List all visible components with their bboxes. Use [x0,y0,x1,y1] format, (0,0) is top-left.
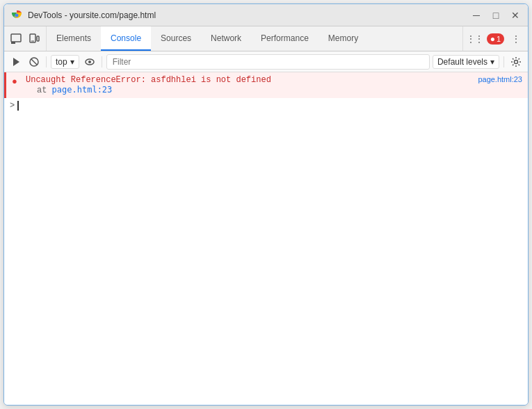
error-icon-circle: ● [490,34,495,44]
play-icon [10,56,22,67]
window-title: DevTools - yoursite.com/page.html [28,10,471,20]
svg-point-11 [88,61,91,63]
context-value: top [56,57,67,67]
device-icon [29,33,40,45]
more-tabs-button[interactable]: ⋮⋮ [467,31,483,47]
devtools-settings-button[interactable]: ⋮ [508,31,524,47]
error-circle-icon: ● [12,76,17,86]
title-bar: DevTools - yoursite.com/page.html ─ □ ✕ [4,4,528,26]
context-selector[interactable]: top ▾ [51,55,79,69]
console-output: ● Uncaught ReferenceError: asfdhhlei is … [4,72,528,405]
console-input-row: > [4,98,528,113]
error-main-text: Uncaught ReferenceError: asfdhhlei is no… [26,75,271,85]
chevron-down-icon: ▾ [70,57,74,67]
svg-point-1 [15,13,19,17]
levels-chevron-icon: ▾ [490,57,494,67]
levels-label: Default levels [437,57,487,67]
console-cursor[interactable] [17,101,19,111]
console-prompt: > [10,101,15,111]
inspect-icon [10,33,22,45]
maximize-button[interactable]: □ [490,10,501,21]
svg-marker-7 [13,58,19,66]
minimize-button[interactable]: ─ [471,10,482,21]
device-toolbar-button[interactable] [26,31,42,47]
devtools-window: DevTools - yoursite.com/page.html ─ □ ✕ [3,3,529,406]
tab-memory[interactable]: Memory [319,26,368,51]
svg-line-9 [31,59,37,65]
error-count: 1 [497,35,501,43]
window-controls: ─ □ ✕ [471,10,521,21]
close-button[interactable]: ✕ [510,10,521,21]
chrome-icon [11,10,22,21]
toolbar-divider-1 [46,56,47,67]
error-message-row: ● Uncaught ReferenceError: asfdhhlei is … [4,72,528,98]
toolbar-right [508,54,524,70]
tab-bar-right: ⋮⋮ ● 1 ⋮ [462,26,528,51]
gear-icon [510,56,522,67]
error-line-reference[interactable]: page.html:23 [478,75,522,83]
tab-bar: Elements Console Sources Network Perform… [4,26,528,51]
tab-bar-left-icons [4,26,47,51]
tab-sources[interactable]: Sources [151,26,201,51]
filter-input[interactable] [106,54,430,70]
clear-icon [29,56,40,67]
error-source-line: at page.html:23 [26,85,271,95]
console-settings-button[interactable] [508,54,524,70]
toolbar-divider-2 [102,56,102,67]
error-content: Uncaught ReferenceError: asfdhhlei is no… [26,75,271,95]
error-source-link[interactable]: page.html:23 [52,85,113,95]
tab-network[interactable]: Network [201,26,251,51]
tab-performance[interactable]: Performance [251,26,319,51]
error-badge[interactable]: ● 1 [487,33,504,45]
svg-point-12 [515,60,518,63]
filter-eye-button[interactable] [82,54,97,70]
log-levels-dropdown[interactable]: Default levels ▾ [433,55,499,69]
svg-rect-5 [37,36,39,41]
tab-elements[interactable]: Elements [47,26,101,51]
toolbar-divider-3 [503,56,504,67]
svg-rect-3 [11,42,15,44]
clear-console-button[interactable] [26,54,42,70]
execute-script-button[interactable] [8,54,24,70]
svg-rect-2 [11,34,21,42]
tab-console[interactable]: Console [101,26,151,51]
console-toolbar: top ▾ Default levels ▾ [4,51,528,72]
eye-icon [84,56,95,67]
inspect-element-button[interactable] [8,31,24,47]
tabs: Elements Console Sources Network Perform… [47,26,462,51]
